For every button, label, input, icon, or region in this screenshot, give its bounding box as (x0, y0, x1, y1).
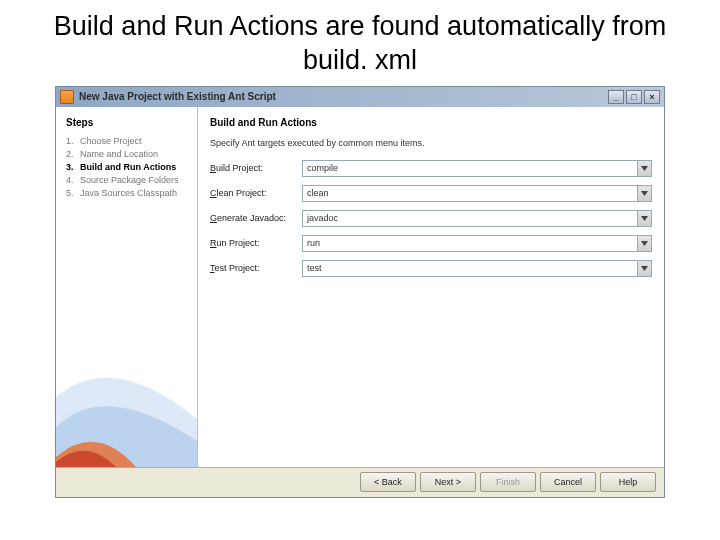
label-generate-javadoc: Generate Javadoc: (210, 213, 302, 223)
field-build-project: Build Project: compile (210, 160, 652, 177)
field-generate-javadoc: Generate Javadoc: javadoc (210, 210, 652, 227)
titlebar: New Java Project with Existing Ant Scrip… (56, 87, 664, 107)
slide-title: Build and Run Actions are found automati… (0, 0, 720, 86)
panel-description: Specify Ant targets executed by common m… (210, 138, 652, 148)
next-button[interactable]: Next > (420, 472, 476, 492)
step-3: 3.Build and Run Actions (66, 162, 187, 172)
maximize-button[interactable]: □ (626, 90, 642, 104)
steps-sidebar: Steps 1.Choose Project 2.Name and Locati… (56, 107, 198, 467)
step-1: 1.Choose Project (66, 136, 187, 146)
help-button[interactable]: Help (600, 472, 656, 492)
label-build-project: Build Project: (210, 163, 302, 173)
step-5: 5.Java Sources Classpath (66, 188, 187, 198)
chevron-down-icon[interactable] (637, 185, 652, 202)
combo-input-test-project[interactable]: test (302, 260, 637, 277)
field-clean-project: Clean Project: clean (210, 185, 652, 202)
chevron-down-icon[interactable] (637, 160, 652, 177)
wizard-window: New Java Project with Existing Ant Scrip… (55, 86, 665, 498)
wizard-footer: < Back Next > Finish Cancel Help (56, 467, 664, 497)
finish-button: Finish (480, 472, 536, 492)
steps-heading: Steps (66, 117, 187, 128)
label-run-project: Run Project: (210, 238, 302, 248)
combo-input-build-project[interactable]: compile (302, 160, 637, 177)
back-button[interactable]: < Back (360, 472, 416, 492)
combo-input-clean-project[interactable]: clean (302, 185, 637, 202)
field-test-project: Test Project: test (210, 260, 652, 277)
steps-list: 1.Choose Project 2.Name and Location 3.B… (66, 136, 187, 198)
label-test-project: Test Project: (210, 263, 302, 273)
chevron-down-icon[interactable] (637, 210, 652, 227)
combo-input-run-project[interactable]: run (302, 235, 637, 252)
label-clean-project: Clean Project: (210, 188, 302, 198)
combo-clean-project[interactable]: clean (302, 185, 652, 202)
minimize-button[interactable]: _ (608, 90, 624, 104)
combo-generate-javadoc[interactable]: javadoc (302, 210, 652, 227)
step-2: 2.Name and Location (66, 149, 187, 159)
panel-heading: Build and Run Actions (210, 117, 652, 128)
step-4: 4.Source Package Folders (66, 175, 187, 185)
combo-input-generate-javadoc[interactable]: javadoc (302, 210, 637, 227)
combo-test-project[interactable]: test (302, 260, 652, 277)
field-run-project: Run Project: run (210, 235, 652, 252)
window-title: New Java Project with Existing Ant Scrip… (79, 91, 276, 102)
decorative-swoosh (56, 337, 198, 467)
app-icon (60, 90, 74, 104)
combo-run-project[interactable]: run (302, 235, 652, 252)
chevron-down-icon[interactable] (637, 260, 652, 277)
chevron-down-icon[interactable] (637, 235, 652, 252)
wizard-content: Steps 1.Choose Project 2.Name and Locati… (56, 107, 664, 467)
cancel-button[interactable]: Cancel (540, 472, 596, 492)
main-panel: Build and Run Actions Specify Ant target… (198, 107, 664, 467)
close-button[interactable]: × (644, 90, 660, 104)
combo-build-project[interactable]: compile (302, 160, 652, 177)
